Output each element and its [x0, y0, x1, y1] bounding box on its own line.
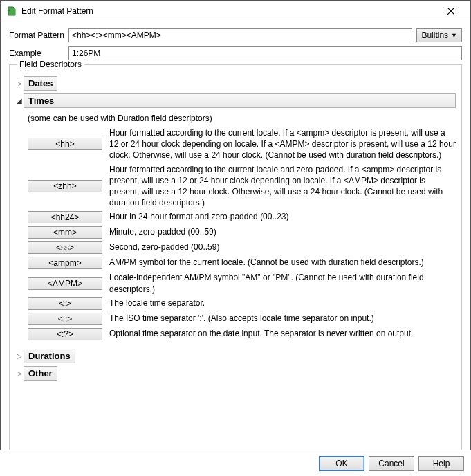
- field-descriptors-group: Field Descriptors ▷ Dates ◢ Times (some …: [9, 64, 462, 452]
- descriptor-row: <zhh>Hour formatted according to the cur…: [28, 164, 456, 209]
- example-value: 1:26PM: [72, 48, 100, 58]
- descriptor-token-button[interactable]: <ss>: [28, 241, 102, 254]
- descriptor-row: <ss>Second, zero-padded (00..59): [28, 241, 456, 254]
- section-dates-title: Dates: [24, 76, 57, 91]
- section-times-header[interactable]: ◢ Times: [15, 93, 456, 108]
- chevron-down-icon: ▼: [451, 32, 457, 39]
- expand-icon: ▷: [15, 352, 24, 360]
- dialog-content: Format Pattern Builtins ▼ Example 1:26PM…: [1, 21, 470, 452]
- descriptor-token-button[interactable]: <AMPM>: [28, 277, 102, 290]
- descriptor-token-button[interactable]: <hh>: [28, 138, 102, 150]
- descriptor-token-button[interactable]: <hh24>: [28, 211, 102, 223]
- builtins-dropdown[interactable]: Builtins ▼: [416, 28, 462, 42]
- descriptor-row: <mm>Minute, zero-padded (00..59): [28, 226, 456, 239]
- descriptor-row: <ampm>AM/PM symbol for the current local…: [28, 257, 456, 269]
- section-durations-header[interactable]: ▷ Durations: [15, 349, 456, 363]
- descriptor-token-button[interactable]: <ampm>: [28, 257, 102, 269]
- dialog-footer: OK Cancel Help: [0, 450, 471, 476]
- help-button[interactable]: Help: [418, 456, 464, 471]
- descriptor-token-button[interactable]: <:>: [28, 298, 102, 310]
- close-button[interactable]: [437, 1, 465, 21]
- times-note: (some can be used with Duration field de…: [28, 113, 456, 123]
- descriptor-token-button[interactable]: <::>: [28, 313, 102, 325]
- expand-icon: ▷: [15, 369, 24, 377]
- descriptor-description: The ISO time separator ':'. (Also accept…: [109, 313, 374, 324]
- close-icon: [447, 8, 454, 15]
- window-title: Edit Format Pattern: [21, 6, 437, 16]
- descriptor-row: <hh>Hour formatted according to the curr…: [28, 127, 456, 161]
- cancel-button[interactable]: Cancel: [369, 456, 414, 471]
- descriptor-token-button[interactable]: <mm>: [28, 226, 102, 239]
- format-pattern-label: Format Pattern: [9, 30, 68, 40]
- descriptor-description: Second, zero-padded (00..59): [109, 241, 219, 253]
- descriptor-row: <hh24>Hour in 24-hour format and zero-pa…: [28, 211, 456, 223]
- section-times-title: Times: [24, 93, 456, 108]
- section-dates-header[interactable]: ▷ Dates: [15, 76, 456, 91]
- app-icon: [6, 6, 17, 17]
- descriptor-row: <:?>Optional time separator on the date …: [28, 328, 456, 340]
- descriptor-description: The locale time separator.: [109, 298, 205, 309]
- descriptor-token-button[interactable]: <:?>: [28, 328, 102, 340]
- descriptor-token-button[interactable]: <zhh>: [28, 180, 102, 192]
- section-other-header[interactable]: ▷ Other: [15, 366, 456, 381]
- ok-button[interactable]: OK: [319, 456, 364, 471]
- collapse-icon: ◢: [15, 97, 24, 104]
- titlebar: Edit Format Pattern: [1, 1, 470, 21]
- descriptor-description: Optional time separator on the date inpu…: [109, 328, 413, 339]
- descriptor-description: Locale-independent AM/PM symbol "AM" or …: [109, 272, 456, 294]
- section-other-title: Other: [24, 366, 57, 381]
- descriptor-description: AM/PM symbol for the current locale. (Ca…: [109, 257, 424, 268]
- field-descriptors-legend: Field Descriptors: [17, 60, 84, 69]
- example-output: 1:26PM: [68, 46, 462, 60]
- descriptor-row: <AMPM>Locale-independent AM/PM symbol "A…: [28, 272, 456, 294]
- example-label: Example: [9, 48, 68, 58]
- section-durations-title: Durations: [24, 349, 75, 363]
- descriptor-description: Hour formatted according to the current …: [109, 127, 456, 161]
- descriptor-row: <::>The ISO time separator ':'. (Also ac…: [28, 313, 456, 325]
- descriptor-description: Hour in 24-hour format and zero-padded (…: [109, 211, 288, 222]
- section-times-body: (some can be used with Duration field de…: [15, 108, 456, 346]
- descriptor-row: <:>The locale time separator.: [28, 298, 456, 310]
- descriptor-description: Hour formatted according to the current …: [109, 164, 456, 209]
- builtins-label: Builtins: [421, 30, 448, 40]
- expand-icon: ▷: [15, 80, 24, 87]
- format-pattern-input[interactable]: [68, 28, 412, 42]
- descriptor-description: Minute, zero-padded (00..59): [109, 226, 216, 237]
